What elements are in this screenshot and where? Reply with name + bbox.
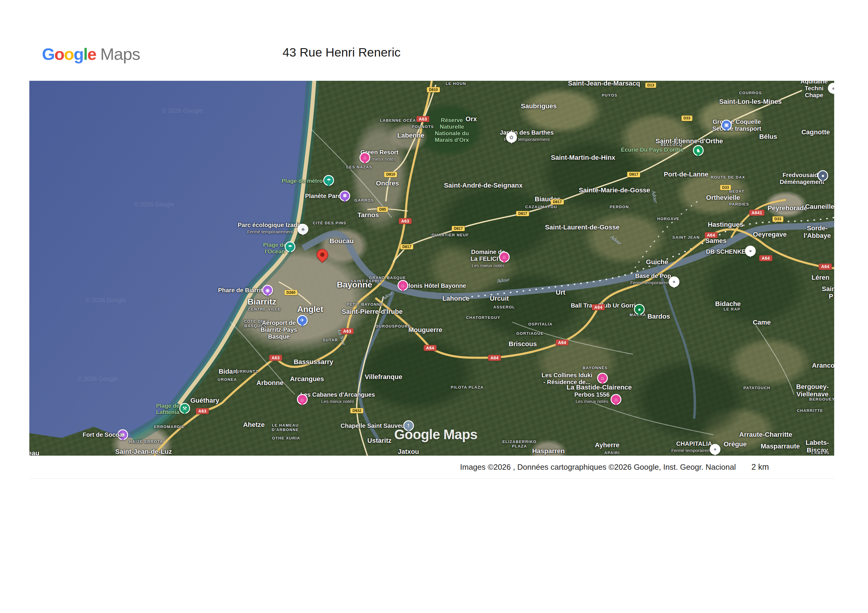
town-label[interactable]: Briscous xyxy=(508,340,537,348)
town-label[interactable]: Arbonne xyxy=(257,379,284,387)
movers-icon[interactable]: ● xyxy=(817,170,828,181)
motorway-badge: A63 xyxy=(269,355,282,361)
hotel-icon[interactable]: ⌂ xyxy=(611,394,622,405)
beach-icon[interactable]: ☂ xyxy=(285,241,295,252)
town-label[interactable]: Bélus xyxy=(760,133,777,140)
page-title: 43 Rue Henri Reneric xyxy=(282,45,400,60)
town-label[interactable]: Ustaritz xyxy=(367,437,392,444)
motorway-badge: A64 xyxy=(760,255,772,261)
town-label[interactable]: Saubrigues xyxy=(521,103,557,110)
town-label[interactable]: Labenne xyxy=(397,132,424,139)
district-label: CENTRE VILLE xyxy=(248,307,281,312)
town-label[interactable]: Arancou xyxy=(812,362,834,370)
town-label[interactable]: Arcangues xyxy=(290,375,324,383)
logistics-dot-icon[interactable]: ● xyxy=(745,246,756,256)
amusement-park-icon[interactable]: ✽ xyxy=(339,190,350,201)
shooting-club-icon[interactable]: ● xyxy=(634,304,645,315)
surf-spot-icon[interactable]: ⚒ xyxy=(179,403,190,414)
town-label[interactable]: Came xyxy=(753,319,771,327)
town-label[interactable]: Guiche xyxy=(646,259,668,266)
district-label: POUNOTS xyxy=(412,125,434,129)
poi-label[interactable]: DB SCHENKER xyxy=(706,248,750,255)
poi-label[interactable]: Phare de Biarritz xyxy=(218,287,265,294)
hotel-icon[interactable]: ⌂ xyxy=(297,394,308,405)
town-label[interactable]: Arraute-Charritte xyxy=(739,431,792,438)
town-label[interactable]: Boucau xyxy=(330,238,354,245)
town-label[interactable]: Jatxou xyxy=(398,448,419,456)
tree-icon[interactable]: ♣ xyxy=(298,224,308,235)
truck-icon[interactable]: ▣ xyxy=(721,120,732,130)
town-label[interactable]: Saint-Jean-de-Luz xyxy=(115,448,172,456)
poi-label[interactable]: Groupe Coquelle Seosse transport xyxy=(712,118,761,132)
town-label[interactable]: Lahonce xyxy=(442,295,469,302)
beach-icon[interactable]: ☂ xyxy=(323,175,334,186)
poi-label[interactable]: Fort de Socoa xyxy=(83,431,122,438)
town-label[interactable]: Saint-Lon-les-Mines xyxy=(719,98,782,105)
town-label[interactable]: Ayherre xyxy=(595,441,620,449)
district-label: ASSEROL xyxy=(493,305,515,310)
lighthouse-attraction-icon[interactable]: ◉ xyxy=(262,285,273,296)
town-label[interactable]: Saint-Laurent-de-Gosse xyxy=(545,223,620,231)
poi-label[interactable]: Aquitaine Techni Chape xyxy=(800,81,828,99)
town-label[interactable]: Saint-Martin-de-Hinx xyxy=(551,154,615,161)
poi-sub-label: Les mieux notés xyxy=(300,399,375,404)
town-label[interactable]: Hastingues xyxy=(708,221,744,228)
poi-label[interactable]: Parc écologique IzadiaFermé temporaireme… xyxy=(238,222,302,234)
destination-marker[interactable] xyxy=(314,246,330,263)
town-label[interactable]: Peyrehorade xyxy=(767,204,807,212)
flower-icon[interactable]: ✿ xyxy=(506,132,517,143)
road-badge: D817 xyxy=(400,244,413,249)
town-label[interactable]: Hasparren xyxy=(532,447,565,455)
hotel-icon[interactable]: ⌂ xyxy=(597,373,608,384)
business-dot-icon[interactable]: ● xyxy=(669,276,679,287)
poi-label[interactable]: Aéroport de Biarritz-Pays Basque xyxy=(260,319,297,340)
town-label[interactable]: Léren xyxy=(811,274,829,281)
town-label[interactable]: teau xyxy=(29,450,39,456)
town-label[interactable]: Cauneille xyxy=(805,203,834,210)
business-dot-icon[interactable]: ● xyxy=(710,444,721,455)
town-label[interactable]: Orthevielle xyxy=(706,194,740,201)
hotel-icon[interactable]: ⌂ xyxy=(397,280,408,291)
city-label[interactable]: Anglet xyxy=(297,305,323,314)
town-label[interactable]: Guéthary xyxy=(191,397,219,404)
town-label[interactable]: Bergouey-Viellenave xyxy=(796,383,829,398)
town-label[interactable]: Urcuit xyxy=(490,295,509,302)
city-label[interactable]: Biarritz xyxy=(248,297,276,306)
town-label[interactable]: Cagnotte xyxy=(801,128,830,136)
road-badge: D810 xyxy=(384,172,397,177)
poi-label[interactable]: Adonis Hôtel Bayonne xyxy=(402,282,466,289)
town-label[interactable]: Oeyregave xyxy=(753,231,787,238)
town-label[interactable]: Tarnos xyxy=(357,211,379,219)
town-label[interactable]: Sorde-l'Abbaye xyxy=(804,224,831,240)
town-label[interactable]: Port-de-Lanne xyxy=(664,171,708,178)
town-label[interactable]: Ondres xyxy=(376,180,399,187)
town-label[interactable]: Sainte-Marie-de-Gosse xyxy=(579,186,650,194)
town-label[interactable]: Saint-P xyxy=(822,285,834,300)
town-label[interactable]: Bassussarry xyxy=(294,358,333,365)
town-label[interactable]: Mouguerre xyxy=(408,327,442,334)
town-label[interactable]: Villefranque xyxy=(364,373,402,381)
town-label[interactable]: Bardos xyxy=(647,313,670,320)
horse-stable-icon[interactable]: ♞ xyxy=(693,145,704,156)
poi-label[interactable]: Perbos 1556Les mieux notés xyxy=(574,391,610,404)
hotel-icon[interactable]: ⌂ xyxy=(499,252,510,262)
town-label[interactable]: Bidache xyxy=(715,300,741,308)
business-dot-icon[interactable]: ● xyxy=(828,83,834,94)
town-label[interactable]: Urt xyxy=(556,289,566,296)
airport-plane-icon[interactable]: ✈ xyxy=(297,315,308,326)
poi-label[interactable]: Les Cabanes d'ArcanguesLes mieux notés xyxy=(300,391,375,404)
town-label[interactable]: Ahetze xyxy=(243,421,265,429)
map-container[interactable]: BayonneBiarritzAngletSaint-Jean-de-Marsa… xyxy=(29,81,834,456)
poi-label[interactable]: Planète Parcs xyxy=(305,192,344,199)
poi-label[interactable]: Les Collines Iduki - Résidence de... xyxy=(541,372,592,385)
district-label: LE HAMEAU D'ARBONNE xyxy=(272,423,299,432)
town-label[interactable]: Saint-Pierre-d'Irube xyxy=(342,308,403,315)
district-label: LES NAZAS xyxy=(346,165,372,170)
town-label[interactable]: Orègue xyxy=(724,441,747,448)
hotel-icon[interactable]: ⌂ xyxy=(360,152,370,163)
town-label[interactable]: Saint-Jean-de-Marsacq xyxy=(568,81,640,87)
nature-label: Plage de l'Océan xyxy=(263,242,287,255)
town-label[interactable]: Masparraute xyxy=(761,443,800,450)
district-label: COURROS xyxy=(739,91,762,96)
town-label[interactable]: Saint-André-de-Seignanx xyxy=(444,182,522,189)
